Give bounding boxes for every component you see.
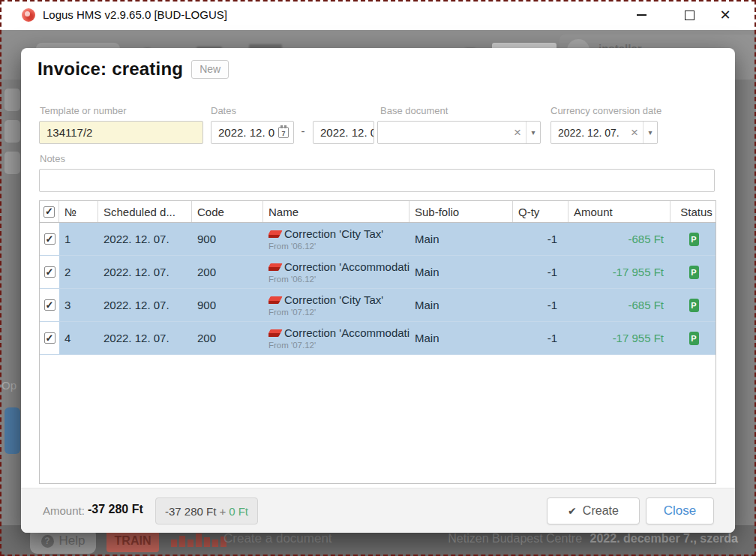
column-header-code[interactable]: Code [192,201,263,222]
breakdown-plus: + [219,505,226,518]
correction-icon [268,329,283,337]
check-icon: ✓ [45,206,53,216]
column-header-name[interactable]: Name [263,201,410,222]
currency-date-label: Currency conversion date [550,105,662,116]
column-header-status[interactable]: Status [670,201,716,222]
row-from: From '07.12' [268,341,410,350]
row-name: Correction 'Accommodati [284,326,410,339]
base-document-input[interactable]: × ▾ [377,121,541,144]
background-sidebar-button [4,89,20,111]
row-name: Correction 'Accommodati [284,260,410,273]
row-num: 2 [59,256,98,288]
amount-breakdown: -37 280 Ft + 0 Ft [155,497,258,524]
column-header-amount[interactable]: Amount [568,201,670,222]
column-header-scheduled[interactable]: Scheduled d... [98,201,192,222]
correction-icon [268,230,283,238]
column-header-subfolio[interactable]: Sub-folio [410,201,513,222]
row-from: From '06.12' [268,242,410,251]
close-button-label: Close [664,503,696,518]
create-button[interactable]: ✔ Create [547,497,640,524]
maximize-button[interactable] [672,0,706,30]
statusbar-date: 2022. december 7., szerda [590,532,738,545]
table-row[interactable]: ✓ 1 2022. 12. 07. 900 Correction 'City T… [40,223,716,256]
table-row[interactable]: ✓ 2 2022. 12. 07. 200 Correction 'Accomm… [40,256,716,289]
check-icon: ✔ [568,505,577,517]
row-checkbox[interactable]: ✓ [44,233,56,245]
table-row[interactable]: ✓ 4 2022. 12. 07. 200 Correction 'Accomm… [40,322,716,355]
column-header-num[interactable]: № [59,201,98,222]
check-icon: ✓ [46,300,54,310]
background-sidebar-button [4,120,20,143]
dialog-footer: Amount: -37 280 Ft -37 280 Ft + 0 Ft ✔ C… [21,488,735,533]
row-date: 2022. 12. 07. [98,289,192,321]
clear-icon[interactable]: × [626,122,643,143]
row-checkbox[interactable]: ✓ [44,332,56,344]
background-sidebar-label: Op [2,379,16,392]
table-row[interactable]: ✓ 3 2022. 12. 07. 900 Correction 'City T… [40,289,716,322]
template-input[interactable] [39,121,203,144]
row-checkbox[interactable]: ✓ [44,266,56,278]
date-from-input[interactable]: 2022. 12. 0 7 [211,121,294,144]
check-icon: ✓ [46,333,54,343]
date-to-input[interactable]: 2022. 12. 0 [313,121,374,144]
row-date: 2022. 12. 07. [98,223,192,255]
status-p-badge: P [689,332,699,345]
row-date: 2022. 12. 07. [98,256,192,288]
notes-input[interactable] [39,169,715,192]
close-button[interactable]: Close [646,497,714,524]
row-code: 200 [192,256,263,288]
amount-label: Amount: [43,504,85,517]
minimize-icon [637,14,646,16]
dialog-header: Invoice: creating New [38,59,229,80]
blocks-icon [171,533,226,547]
currency-date-value: 2022. 12. 07. [551,127,620,139]
line-items-table: ✓ № Scheduled d... Code Name Sub-folio Q… [39,200,716,484]
currency-date-input[interactable]: 2022. 12. 07. × ▾ [550,121,658,144]
statusbar-text: Netizen Budapest Centre 2022. december 7… [448,532,738,545]
minimize-button[interactable] [624,0,658,30]
base-document-label: Base document [380,105,448,116]
dates-separator: - [297,125,309,137]
row-amount: -17 955 Ft [568,322,670,354]
chevron-down-icon[interactable]: ▾ [526,122,540,143]
row-code: 900 [192,289,263,321]
background-sidebar-blue-button [4,407,20,454]
window-titlebar: Logus HMS v2.9.65.0 [BUD-LOGUS] ✕ [0,0,756,30]
row-amount: -685 Ft [568,289,670,321]
row-date: 2022. 12. 07. [98,322,192,354]
row-qty: -1 [513,223,568,255]
close-icon: ✕ [719,8,730,22]
close-window-button[interactable]: ✕ [708,0,742,30]
column-header-qty[interactable]: Q-ty [513,201,568,222]
app-logo-icon [22,8,35,22]
row-checkbox[interactable]: ✓ [44,299,56,311]
amount-total: -37 280 Ft [88,503,143,516]
background-sidebar-button [4,152,20,174]
chevron-down-icon[interactable]: ▾ [643,122,657,143]
create-document-label: Create a document [224,531,332,546]
date-from-value: 2022. 12. 0 [212,126,274,139]
create-button-label: Create [583,504,619,518]
row-name: Correction 'City Tax' [284,227,383,240]
breakdown-extra: 0 Ft [229,505,248,518]
invoice-creating-dialog: Invoice: creating New Template or number… [21,48,735,533]
row-from: From '06.12' [268,275,410,284]
status-p-badge: P [689,233,699,246]
check-icon: ✓ [46,267,54,277]
row-subfolio: Main [410,322,513,354]
clear-icon[interactable]: × [509,122,526,143]
row-code: 200 [192,322,263,354]
row-qty: -1 [513,289,568,321]
select-all-checkbox[interactable]: ✓ [44,206,55,218]
row-num: 3 [59,289,98,321]
date-to-value: 2022. 12. 0 [314,126,374,139]
calendar-icon[interactable]: 7 [278,127,289,138]
row-from: From '07.12' [268,308,410,317]
statusbar-location: Netizen Budapest Centre [448,532,582,545]
row-amount: -17 955 Ft [568,256,670,288]
row-name: Correction 'City Tax' [284,293,383,306]
row-qty: -1 [513,256,568,288]
row-subfolio: Main [410,256,513,288]
row-subfolio: Main [410,289,513,321]
table-header-row: ✓ № Scheduled d... Code Name Sub-folio Q… [40,201,716,223]
